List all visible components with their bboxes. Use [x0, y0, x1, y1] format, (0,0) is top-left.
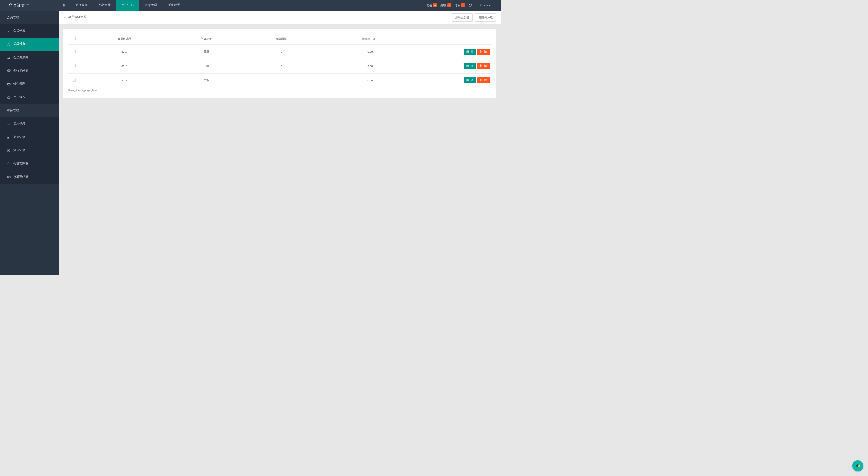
chevron-down-icon — [51, 16, 54, 19]
header: 华泰证券 TP6 后台首页 产品管理 用户中心 信息管理 系统设置 充值 0 提… — [0, 0, 501, 11]
svg-point-16 — [8, 138, 8, 138]
header-withdraw[interactable]: 提现 0 — [440, 3, 451, 7]
row-checkbox[interactable] — [73, 64, 76, 67]
sidebar-item-label: 等级设置 — [13, 42, 25, 46]
sidebar-item-flow-records[interactable]: 流水记录 — [0, 117, 59, 130]
sidebar-item-wallet-manage[interactable]: 钱包管理 — [0, 78, 59, 91]
svg-point-7 — [9, 57, 10, 58]
header-refresh[interactable] — [469, 4, 472, 7]
header-recharge[interactable]: 充值 0 — [427, 3, 437, 7]
user-icon — [7, 122, 11, 125]
cell-name: 日本 — [169, 59, 244, 73]
user-icon — [7, 29, 11, 33]
nav-system[interactable]: 系统设置 — [162, 0, 185, 11]
header-orders[interactable]: 订单 1 — [455, 3, 465, 7]
users-icon — [7, 56, 11, 59]
sidebar-item-bank-cards[interactable]: 银行卡列表 — [0, 64, 59, 77]
header-withdraw-badge: 0 — [447, 3, 451, 7]
row-checkbox[interactable] — [73, 50, 76, 53]
svg-point-3 — [481, 4, 482, 5]
sidebar-item-member-list[interactable]: 会员列表 — [0, 24, 59, 38]
sidebar-item-label: 会员关系网 — [13, 56, 28, 60]
sidebar-item-level-settings[interactable]: 等级设置 — [0, 38, 59, 51]
cell-id: 8018 — [80, 59, 170, 73]
cell-rate: 0.00 — [319, 59, 421, 73]
header-withdraw-label: 提现 — [440, 4, 446, 7]
page-actions: 添加会员组 删除用户组 — [452, 13, 496, 22]
breadcrumb: 会员等级管理 — [63, 15, 86, 19]
dots-icon — [7, 136, 11, 139]
cell-limit: 0 — [244, 59, 319, 73]
sidebar-item-recharge-records[interactable]: 充值记录 — [0, 131, 59, 144]
header-recharge-badge: 0 — [433, 3, 437, 7]
add-group-button[interactable]: 添加会员组 — [452, 13, 473, 22]
pagination-placeholder: think_library_page_html — [68, 89, 492, 92]
nav-products[interactable]: 产品管理 — [93, 0, 116, 11]
logo-sup: TP6 — [26, 3, 29, 5]
sidebar-item-yuebao-finance[interactable]: 余额宝理财 — [0, 157, 59, 170]
sidebar-group-finance[interactable]: 财务管理 — [0, 104, 59, 117]
th-rate: 加息率（%） — [319, 33, 421, 45]
user-icon — [479, 4, 482, 7]
header-recharge-label: 充值 — [427, 4, 432, 7]
sidebar-item-label: 提现记录 — [13, 148, 25, 152]
edit-button[interactable]: 编 辑 — [464, 77, 476, 83]
row-checkbox[interactable] — [73, 79, 76, 82]
sidebar-item-label: 余额宝理财 — [13, 162, 28, 166]
menu-icon — [62, 4, 66, 7]
cell-id: 8019 — [80, 73, 170, 87]
nav-users[interactable]: 用户中心 — [116, 0, 139, 11]
select-all-checkbox[interactable] — [73, 37, 76, 40]
sidebar-item-member-network[interactable]: 会员关系网 — [0, 51, 59, 64]
th-limit: 积分限制 — [244, 33, 319, 45]
svg-point-13 — [8, 123, 9, 124]
sidebar-item-withdraw-records[interactable]: 提现记录 — [0, 144, 59, 157]
nav-home[interactable]: 后台首页 — [70, 0, 93, 11]
svg-point-6 — [8, 57, 9, 57]
sidebar-item-yuebao-settle[interactable]: 余额宝结算 — [0, 170, 59, 184]
menu-toggle-button[interactable] — [59, 0, 70, 11]
sidebar-group-members-label: 会员管理 — [7, 16, 19, 20]
user-menu[interactable]: admin — [479, 4, 495, 7]
svg-rect-12 — [8, 97, 10, 99]
top-nav: 后台首页 产品管理 用户中心 信息管理 系统设置 — [70, 0, 427, 11]
edit-button[interactable]: 编 辑 — [464, 49, 476, 55]
delete-button[interactable]: 删 除 — [477, 63, 490, 69]
svg-point-17 — [8, 138, 9, 138]
main-content: 会员等级管理 添加会员组 删除用户组 会员组编号 等级名称 积分限制 加息率（%… — [59, 11, 501, 275]
settle-icon — [7, 175, 11, 179]
cell-rate: 0.00 — [319, 45, 421, 59]
nav-info[interactable]: 信息管理 — [139, 0, 162, 11]
sidebar-item-label: 充值记录 — [13, 135, 25, 139]
refresh-icon — [469, 4, 472, 7]
page-header: 会员等级管理 添加会员组 删除用户组 — [59, 11, 501, 24]
sidebar-item-label: 会员列表 — [13, 29, 25, 33]
delete-button[interactable]: 删 除 — [477, 49, 490, 55]
sidebar-item-label: 银行卡列表 — [13, 69, 28, 73]
cell-limit: 0 — [244, 45, 319, 59]
th-id: 会员组编号 — [80, 33, 170, 45]
header-right: 充值 0 提现 0 订单 1 admin — [427, 0, 501, 11]
logo-title: 华泰证券 — [9, 3, 25, 8]
breadcrumb-label: 会员等级管理 — [68, 15, 86, 19]
header-orders-label: 订单 — [455, 4, 460, 7]
th-name: 等级名称 — [169, 33, 244, 45]
svg-point-14 — [8, 137, 8, 138]
table-row: 8019二狗00.00编 辑删 除 — [68, 73, 492, 87]
sidebar-group-members[interactable]: 会员管理 — [0, 11, 59, 24]
userwallet-icon — [7, 96, 11, 99]
cell-name: 二狗 — [169, 73, 244, 87]
cell-rate: 0.00 — [319, 73, 421, 87]
delete-group-button[interactable]: 删除用户组 — [475, 13, 496, 22]
svg-rect-11 — [7, 83, 9, 83]
edit-button[interactable]: 编 辑 — [464, 63, 476, 69]
svg-point-4 — [8, 30, 9, 31]
content-card: 会员组编号 等级名称 积分限制 加息率（%） 8015菜鸟00.00编 辑删 除… — [63, 29, 496, 97]
logo[interactable]: 华泰证券 TP6 — [0, 0, 59, 11]
header-orders-badge: 1 — [461, 3, 465, 7]
sidebar: 会员管理 会员列表 等级设置 会员关系网 银行卡列表 钱包管理 用户钱包 财 — [0, 11, 59, 275]
delete-button[interactable]: 删 除 — [477, 77, 490, 83]
wallet-icon — [7, 83, 11, 86]
sidebar-item-user-wallet[interactable]: 用户钱包 — [0, 91, 59, 104]
star-icon — [7, 43, 11, 46]
